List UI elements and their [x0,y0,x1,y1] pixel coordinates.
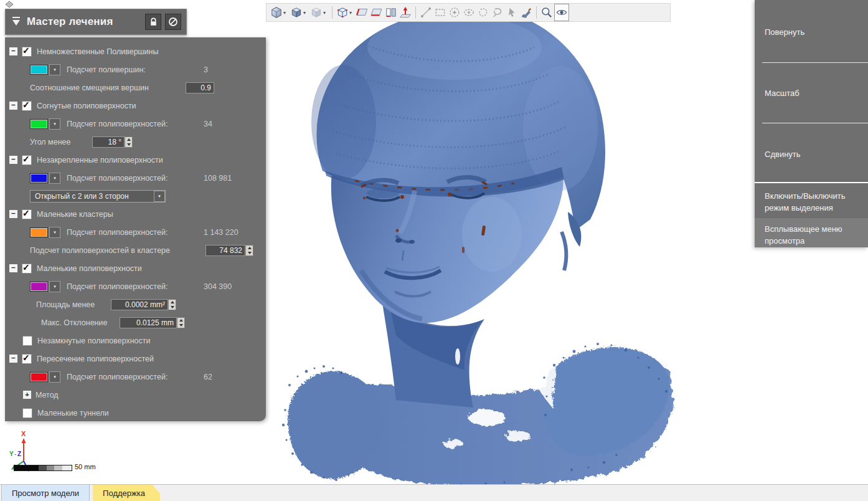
deviation-row: Макс. Отклонение [5,313,266,332]
brush-select-button[interactable] [519,5,533,20]
angle-spinner[interactable] [125,136,133,148]
magnifier-icon [540,6,553,19]
section-checkbox[interactable]: ✓ [22,101,32,111]
collapse-toggle[interactable]: − [9,101,18,110]
shaded-view-button[interactable]: ▾ [270,5,289,20]
offset-ratio-input[interactable] [186,82,214,93]
section-checkbox[interactable]: ✓ [22,47,32,57]
color-dropdown-icon[interactable]: ▾ [49,227,60,238]
dropdown-caret-icon[interactable]: ▾ [349,10,354,16]
open-polyfaces-row: Незамкнутые полиповерхности [5,332,266,350]
surface-normal-button[interactable] [399,5,412,20]
panel-title: Мастер лечения [27,16,113,28]
section-checkbox[interactable]: ✓ [22,264,32,274]
menu-item-toggle-selection-mode[interactable]: Включить/Выключить режим выделения [765,190,859,214]
count-label: Подсчет полиповерхностей: [67,174,199,183]
lasso-select-button[interactable] [491,5,504,20]
collapse-toggle[interactable]: − [9,354,18,363]
rectangle-select-icon [434,6,446,19]
lasso-select-icon [491,6,504,19]
small-tunnels-label: Маленькие туннели [37,409,109,418]
color-dropdown-icon[interactable]: ▾ [49,173,60,184]
section-title: Согнутые полиповерхности [37,102,136,110]
color-swatch[interactable] [30,227,48,237]
method-row: + Метод [5,386,266,404]
ghost-view-button[interactable]: ▾ [309,5,329,20]
color-dropdown-icon[interactable]: ▾ [49,118,60,130]
dropdown-caret-icon[interactable]: ▾ [283,10,288,16]
pick-cursor-icon [506,6,518,19]
tab-support[interactable]: Поддержка [93,485,160,501]
deviation-spinner[interactable] [177,317,185,328]
dropdown-caret-icon[interactable]: ▾ [323,10,328,16]
pin-widget-icon[interactable] [5,1,14,8]
cluster-count-spinner[interactable] [245,245,253,256]
color-swatch[interactable] [30,65,48,75]
chevron-down-icon[interactable] [11,16,22,27]
open-sides-row: Открытый с 2 или 3 сторон ▾ [5,187,266,205]
healing-master-header[interactable]: Мастер лечения [5,9,187,35]
split-view-icon [385,6,397,19]
line-pick-button[interactable] [419,5,433,20]
solid-view-button[interactable]: ▾ [290,5,309,20]
section-checkbox[interactable]: ✓ [22,354,32,364]
menu-item-pan[interactable]: Сдвинуть [765,150,801,159]
expand-toggle[interactable]: + [22,390,32,399]
collapse-toggle[interactable]: − [9,264,18,273]
area-input[interactable] [111,299,168,310]
open-polyfaces-checkbox[interactable] [22,336,32,346]
menu-item-rotate[interactable]: Повернуть [765,27,804,37]
freehand-select-button[interactable] [476,5,490,20]
section-header-dangling: − ✓ Незакрепленные полиповерхности [5,151,266,169]
bounding-box-icon [336,6,349,19]
magnifier-button[interactable] [540,5,554,20]
deviation-input[interactable] [120,317,177,328]
area-row: Площадь менее [5,295,266,313]
split-view-button[interactable] [384,5,398,20]
color-swatch[interactable] [30,372,48,382]
open-sides-dropdown[interactable]: Открытый с 2 или 3 сторон ▾ [30,190,166,203]
color-swatch[interactable] [30,119,48,129]
circle-select-button[interactable] [448,5,461,20]
menu-item-scale[interactable]: Масштаб [765,88,800,98]
cluster-count-input[interactable] [205,245,245,256]
tab-model-view[interactable]: Просмотр модели [1,485,90,501]
menu-item-view-popup[interactable]: Всплывающее меню просмотра [765,223,859,247]
dropdown-caret-icon[interactable]: ▾ [303,10,308,16]
collapse-toggle[interactable]: − [9,47,18,56]
ghost-view-icon [310,6,323,19]
collapse-toggle[interactable]: − [9,209,18,219]
color-dropdown-icon[interactable]: ▾ [49,371,60,383]
menu-footer: Всплывающее меню просмотра [755,218,868,247]
section-title: Немножественные Поливершины [37,47,158,56]
open-sides-value: Открытый с 2 или 3 сторон [35,192,129,201]
section-checkbox[interactable]: ✓ [22,209,32,219]
color-swatch[interactable] [30,173,48,183]
area-spinner[interactable] [168,299,176,310]
rectangle-select-button[interactable] [433,5,447,20]
ellipse-select-button[interactable] [462,5,476,20]
small-tunnels-checkbox[interactable] [22,408,32,418]
section-plane-bottom-button[interactable] [370,5,384,20]
deviation-label: Макс. Отклонение [41,318,120,327]
visibility-eye-button[interactable] [554,4,569,21]
section-checkbox[interactable]: ✓ [22,155,32,165]
cancel-button[interactable] [165,14,181,30]
section-plane-left-button[interactable] [356,5,369,20]
axis-x-label: X [21,430,26,437]
color-dropdown-icon[interactable]: ▾ [49,64,60,75]
method-label: Метод [35,391,59,399]
dropdown-caret-icon[interactable]: ▾ [154,191,165,202]
count-label: Подсчет полиповерхностей: [67,373,199,381]
color-swatch[interactable] [30,282,48,292]
cancel-icon [168,17,178,27]
menu-separator [762,123,868,123]
collapse-toggle[interactable]: − [9,155,18,165]
section-header-small-polyfaces: − ✓ Маленькие полиповерхности [5,259,266,277]
bounding-box-button[interactable]: ▾ [336,5,355,20]
color-dropdown-icon[interactable]: ▾ [49,281,60,292]
pick-cursor-button[interactable] [505,5,519,20]
angle-input[interactable] [92,136,125,148]
lock-button[interactable] [145,14,161,30]
area-label: Площадь менее [36,300,111,309]
